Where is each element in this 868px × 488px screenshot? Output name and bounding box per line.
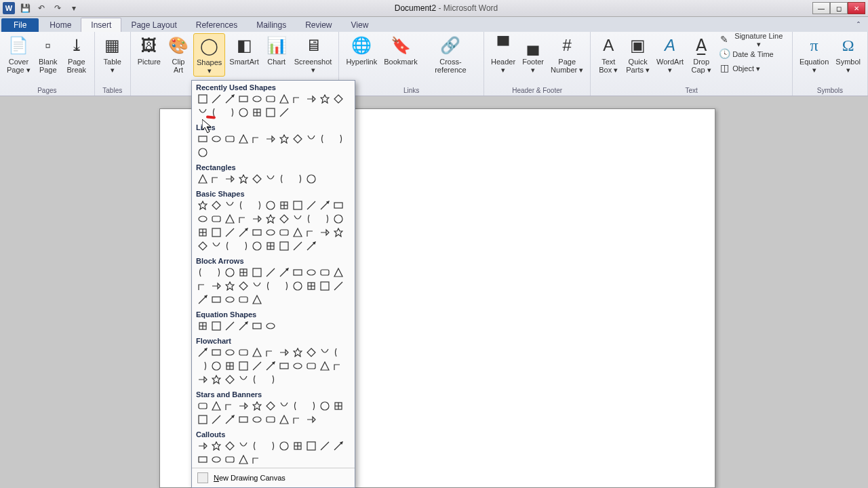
shape-item[interactable] — [264, 92, 277, 106]
equation-button[interactable]: πEquation ▾ — [797, 33, 831, 75]
shape-item[interactable] — [250, 439, 264, 453]
shape-item[interactable] — [237, 373, 250, 386]
shape-item[interactable] — [237, 239, 250, 253]
shape-item[interactable] — [210, 359, 223, 373]
page-number-button[interactable]: #Page Number ▾ — [548, 33, 586, 75]
shape-item[interactable] — [196, 279, 210, 293]
shape-item[interactable] — [250, 172, 264, 186]
undo-button[interactable]: ↶ — [35, 2, 47, 14]
save-button[interactable]: 💾 — [19, 2, 31, 14]
shape-item[interactable] — [277, 92, 291, 106]
shape-item[interactable] — [237, 293, 250, 306]
shape-item[interactable] — [304, 439, 318, 453]
tab-view[interactable]: View — [342, 18, 378, 32]
shape-item[interactable] — [318, 359, 332, 373]
shape-item[interactable] — [332, 92, 345, 106]
shape-item[interactable] — [237, 106, 250, 119]
shape-item[interactable] — [264, 106, 277, 119]
shape-item[interactable] — [250, 92, 264, 106]
page-break-button[interactable]: ⤓Page Break — [63, 33, 90, 75]
shape-item[interactable] — [237, 453, 250, 466]
crossref-button[interactable]: 🔗Cross-reference — [422, 33, 479, 75]
shape-item[interactable] — [223, 199, 237, 212]
shape-item[interactable] — [332, 199, 345, 212]
shape-item[interactable] — [210, 453, 223, 466]
shape-item[interactable] — [277, 439, 291, 453]
shape-item[interactable] — [291, 359, 304, 373]
shape-item[interactable] — [210, 266, 223, 279]
shape-item[interactable] — [250, 266, 264, 279]
shape-item[interactable] — [223, 172, 237, 186]
shape-item[interactable] — [264, 239, 277, 253]
shape-item[interactable] — [237, 172, 250, 186]
shape-item[interactable] — [318, 399, 332, 413]
shape-item[interactable] — [291, 439, 304, 453]
shape-item[interactable] — [210, 199, 223, 212]
shape-item[interactable] — [223, 279, 237, 293]
shape-item[interactable] — [250, 226, 264, 239]
shape-item[interactable] — [264, 319, 277, 333]
shape-item[interactable] — [277, 212, 291, 226]
blank-page-button[interactable]: ▫Blank Page — [35, 33, 62, 75]
shape-item[interactable] — [250, 413, 264, 426]
shape-item[interactable] — [277, 399, 291, 413]
shape-item[interactable] — [196, 132, 210, 146]
shape-item[interactable] — [196, 373, 210, 386]
shape-item[interactable] — [264, 399, 277, 413]
tab-home[interactable]: Home — [40, 18, 81, 32]
tab-insert[interactable]: Insert — [81, 18, 121, 32]
shape-item[interactable] — [304, 172, 318, 186]
shape-item[interactable] — [291, 199, 304, 212]
shape-item[interactable] — [291, 212, 304, 226]
shape-item[interactable] — [318, 92, 332, 106]
quickparts-button[interactable]: ▣Quick Parts ▾ — [623, 33, 652, 75]
shape-item[interactable] — [210, 373, 223, 386]
datetime-button[interactable]: 🕓Date & Time — [716, 47, 788, 61]
object-button[interactable]: ◫Object ▾ — [716, 62, 788, 75]
dropcap-button[interactable]: A̲Drop Cap ▾ — [688, 33, 715, 75]
shape-item[interactable] — [277, 199, 291, 212]
shape-item[interactable] — [196, 212, 210, 226]
qat-customize[interactable]: ▾ — [68, 2, 80, 14]
shape-item[interactable] — [223, 239, 237, 253]
shape-item[interactable] — [196, 319, 210, 333]
shape-item[interactable] — [196, 92, 210, 106]
tab-mailings[interactable]: Mailings — [247, 18, 296, 32]
shape-item[interactable] — [196, 266, 210, 279]
shape-item[interactable] — [264, 359, 277, 373]
redo-button[interactable]: ↷ — [52, 2, 64, 14]
picture-button[interactable]: 🖼Picture — [135, 33, 163, 67]
shape-item[interactable] — [196, 239, 210, 253]
shape-item[interactable] — [277, 132, 291, 146]
shape-item[interactable] — [264, 279, 277, 293]
shape-item[interactable] — [277, 172, 291, 186]
shape-item[interactable] — [210, 279, 223, 293]
shape-item[interactable] — [250, 106, 264, 119]
smartart-button[interactable]: ◧SmartArt — [226, 33, 261, 67]
shape-item[interactable] — [250, 346, 264, 359]
shape-item[interactable] — [237, 399, 250, 413]
shape-item[interactable] — [196, 399, 210, 413]
shape-item[interactable] — [277, 279, 291, 293]
shape-item[interactable] — [196, 439, 210, 453]
shape-item[interactable] — [223, 319, 237, 333]
maximize-button[interactable]: ◻ — [830, 2, 848, 14]
signature-button[interactable]: ✎Signature Line ▾ — [716, 33, 788, 47]
shape-item[interactable] — [210, 399, 223, 413]
shape-item[interactable] — [291, 172, 304, 186]
shape-item[interactable] — [304, 279, 318, 293]
shape-item[interactable] — [332, 226, 345, 239]
shape-item[interactable] — [332, 399, 345, 413]
minimize-button[interactable]: — — [812, 2, 830, 14]
ribbon-minimize[interactable]: ˆ — [854, 20, 863, 32]
shape-item[interactable] — [210, 439, 223, 453]
shape-item[interactable] — [277, 413, 291, 426]
shape-item[interactable] — [250, 199, 264, 212]
shape-item[interactable] — [223, 212, 237, 226]
shape-item[interactable] — [196, 293, 210, 306]
shape-item[interactable] — [223, 453, 237, 466]
shape-item[interactable] — [210, 226, 223, 239]
shape-item[interactable] — [318, 439, 332, 453]
shape-item[interactable] — [264, 266, 277, 279]
shape-item[interactable] — [318, 346, 332, 359]
